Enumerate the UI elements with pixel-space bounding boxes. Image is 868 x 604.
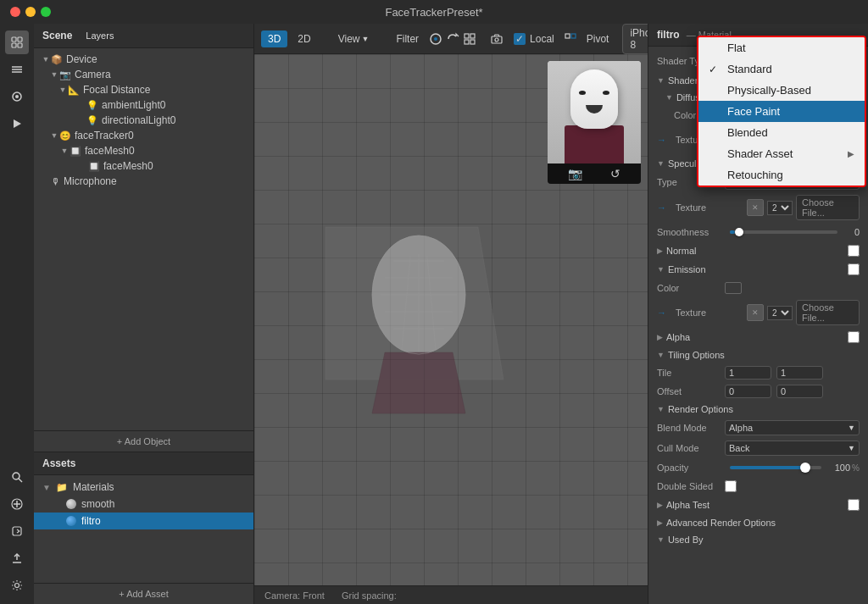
smoothness-thumb[interactable] — [735, 228, 743, 236]
tree-item-facemesh-parent[interactable]: ▼ 🔲 faceMesh0 — [34, 143, 253, 158]
texture-link-arrow[interactable]: → — [657, 135, 672, 145]
upload-icon-btn[interactable] — [5, 546, 29, 570]
cull-mode-select[interactable]: Back ▼ — [725, 441, 860, 456]
normal-section[interactable]: ▶ Normal — [648, 241, 868, 260]
btn-filter[interactable]: Filter — [389, 30, 426, 47]
retouching-label: Retouching — [727, 169, 783, 181]
emission-texture-link[interactable]: → — [657, 308, 672, 318]
device-icon: 📦 — [51, 54, 63, 65]
add-object-button[interactable]: + Add Object — [117, 436, 170, 446]
tree-item-facemesh-child[interactable]: 🔲 faceMesh0 — [34, 158, 253, 174]
offset-y-input[interactable] — [776, 385, 823, 398]
dropdown-item-retouching[interactable]: Retouching — [698, 164, 865, 186]
blend-mode-select[interactable]: Alpha ▼ — [725, 420, 860, 435]
tree-item-facetracker[interactable]: ▼ 😊 faceTracker0 — [34, 128, 253, 143]
btn-pivot[interactable]: Pivot — [580, 30, 616, 47]
emission-choose-file-btn[interactable]: Choose File... — [796, 300, 860, 325]
emission-color-swatch[interactable] — [725, 282, 742, 294]
double-sided-checkbox[interactable] — [725, 480, 737, 492]
texture2-link-arrow[interactable]: → — [657, 202, 672, 213]
alpha-section[interactable]: ▶ Alpha — [648, 328, 868, 346]
dropdown-item-physically-based[interactable]: Physically-Based — [698, 80, 865, 101]
assets-tree: ▼ 📁 Materials smooth filtro — [34, 475, 253, 583]
device-selector[interactable]: iPhone 8 ▼ — [622, 24, 648, 54]
texture2-choose-file-btn[interactable]: Choose File... — [796, 195, 860, 220]
components-icon-btn[interactable] — [5, 85, 29, 108]
smoothness-slider[interactable] — [730, 230, 837, 234]
asset-item-smooth[interactable]: smooth — [34, 496, 253, 513]
toolbar-grid-icon[interactable] — [463, 28, 476, 50]
maximize-button[interactable] — [41, 7, 51, 17]
preview-flip-btn[interactable]: ↺ — [610, 167, 620, 180]
dropdown-item-blended[interactable]: Blended — [698, 122, 865, 143]
tree-item-ambient[interactable]: 💡 ambientLight0 — [34, 97, 253, 113]
tree-item-device[interactable]: ▼ 📦 Device — [34, 52, 253, 67]
camera-icon: 📷 — [59, 69, 71, 80]
dropdown-item-flat[interactable]: Flat — [698, 37, 865, 58]
window-title: FaceTrackerPreset* — [385, 6, 482, 19]
texture2-row: → Texture ✕ 2D Choose File... — [648, 192, 868, 223]
toolbar-camera-icon[interactable] — [490, 28, 504, 50]
render-options-section[interactable]: ▼ Render Options — [648, 401, 868, 418]
emission-format-select[interactable]: 2D — [767, 306, 793, 320]
face-preview-buttons[interactable]: 📷 ↺ — [548, 163, 641, 184]
alpha-test-checkbox[interactable] — [848, 499, 860, 511]
emission-section[interactable]: ▼ Emission — [648, 260, 868, 279]
shader-type-dropdown[interactable]: Flat ✓ Standard Physically-Based Face Pa… — [697, 36, 866, 187]
smoothness-label: Smoothness — [657, 227, 725, 237]
facemesh-parent-icon: 🔲 — [70, 146, 81, 157]
opacity-slider[interactable] — [730, 466, 821, 469]
scene-icon-btn[interactable] — [5, 30, 29, 54]
close-button[interactable] — [10, 7, 20, 17]
emission-checkbox[interactable] — [848, 263, 860, 275]
standard-check: ✓ — [709, 64, 721, 75]
tree-item-focal[interactable]: ▼ 📐 Focal Distance — [34, 82, 253, 97]
used-by-section[interactable]: ▼ Used By — [648, 531, 868, 548]
asset-item-filtro[interactable]: filtro — [34, 513, 253, 529]
toolbar-move-icon[interactable] — [429, 28, 442, 50]
alpha-checkbox[interactable] — [848, 331, 860, 343]
dropdown-item-face-paint[interactable]: Face Paint — [698, 101, 865, 122]
tile-x-input[interactable] — [725, 366, 771, 380]
texture2-thumb[interactable]: ✕ — [747, 199, 764, 216]
offset-x-input[interactable] — [725, 385, 771, 398]
layers-tab[interactable]: Layers — [81, 29, 119, 42]
btn-view[interactable]: View ▼ — [331, 30, 376, 47]
normal-checkbox[interactable] — [848, 245, 860, 257]
viewport-footer: Camera: Front Grid spacing: — [254, 585, 648, 604]
add-to-project-icon-btn[interactable] — [5, 492, 29, 516]
minimize-button[interactable] — [25, 7, 36, 17]
btn-local[interactable]: ✓ Local — [507, 30, 561, 47]
preview-camera-btn[interactable]: 📷 — [568, 167, 582, 180]
alpha-test-section[interactable]: ▶ Alpha Test — [648, 496, 868, 514]
btn-2d[interactable]: 2D — [291, 30, 317, 47]
advanced-render-section[interactable]: ▶ Advanced Render Options — [648, 514, 868, 531]
opacity-thumb[interactable] — [800, 463, 810, 473]
add-asset-button[interactable]: + Add Asset — [119, 589, 168, 599]
opacity-percent: % — [852, 463, 860, 473]
animation-icon-btn[interactable] — [5, 112, 29, 136]
focal-icon: 📐 — [68, 85, 80, 96]
tree-item-directional[interactable]: 💡 directionalLight0 — [34, 113, 253, 128]
emission-color-row: Color — [648, 279, 868, 297]
asset-item-materials-folder[interactable]: ▼ 📁 Materials — [34, 479, 253, 496]
dropdown-item-standard[interactable]: ✓ Standard — [698, 58, 865, 80]
settings-icon-btn[interactable] — [5, 574, 29, 597]
toolbar-pivot-icon[interactable] — [565, 28, 576, 50]
toolbar-refresh-icon[interactable] — [446, 28, 459, 50]
login-icon-btn[interactable] — [5, 519, 29, 543]
camera-label: Camera: Front — [264, 590, 325, 601]
layers-icon-btn[interactable] — [5, 58, 29, 81]
tree-item-camera[interactable]: ▼ 📷 Camera — [34, 67, 253, 82]
emission-texture-thumb[interactable]: ✕ — [747, 304, 764, 321]
tiling-section[interactable]: ▼ Tiling Options — [648, 346, 868, 363]
texture2-format-select[interactable]: 2D — [767, 201, 793, 215]
sa-arrow: ▶ — [848, 149, 854, 158]
tree-arrow: ▼ — [49, 70, 59, 79]
viewport-main[interactable]: 📷 ↺ — [254, 54, 648, 585]
tree-item-microphone[interactable]: 🎙 Microphone — [34, 174, 253, 189]
search-icon-btn[interactable] — [5, 465, 29, 489]
tile-y-input[interactable] — [776, 366, 823, 380]
dropdown-item-shader-asset[interactable]: Shader Asset ▶ — [698, 143, 865, 164]
btn-3d[interactable]: 3D — [261, 30, 287, 47]
